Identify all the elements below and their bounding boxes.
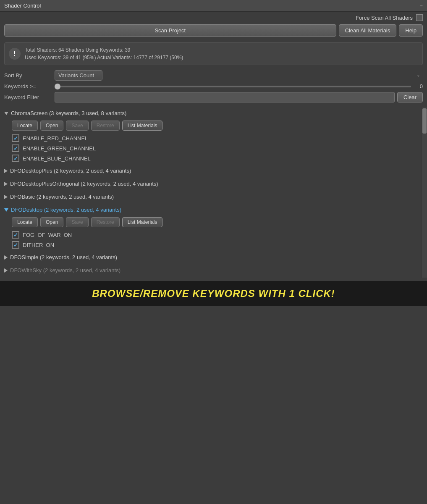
shader-header-dfodesktopplusorthogonal[interactable]: DFODesktopPlusOrthogonal (2 keywords, 2 …	[4, 178, 421, 189]
keyword-checkbox-ENABLE_BLUE_CHANNEL[interactable]	[12, 155, 19, 162]
shader-group-dfobasic: DFOBasic (2 keywords, 2 used, 4 variants…	[4, 191, 421, 202]
keyword-text-ENABLE_GREEN_CHANNEL: ENABLE_GREEN_CHANNEL	[23, 145, 96, 152]
btn-open-dfodesktop[interactable]: Open	[40, 217, 63, 227]
slider-value: 0	[414, 83, 423, 89]
shader-group-dfowithsky: DFOWithSky (2 keywords, 2 used, 4 varian…	[4, 265, 421, 276]
info-line2: Used Keywords: 39 of 41 (95%) Actual Var…	[25, 54, 183, 61]
keyword-filter-label: Keyword Filter	[4, 94, 55, 100]
btn-list-materials-chromascreen[interactable]: List Materials	[122, 121, 163, 131]
shader-list: ChromaScreen (3 keywords, 3 used, 8 vari…	[4, 108, 421, 278]
triangle-icon-chromascreen	[4, 112, 8, 115]
btn-save-dfodesktop: Save	[66, 217, 88, 227]
info-bar: ! Total Shaders: 64 Shaders Using Keywor…	[4, 42, 423, 65]
shader-group-dfodesktopplusorthogonal: DFODesktopPlusOrthogonal (2 keywords, 2 …	[4, 178, 421, 189]
sort-by-select[interactable]: Variants Count Name Keywords Count	[55, 70, 102, 81]
clear-button[interactable]: Clear	[397, 92, 423, 102]
btn-open-chromascreen[interactable]: Open	[40, 121, 63, 131]
keyword-row-ENABLE_BLUE_CHANNEL: ENABLE_BLUE_CHANNEL	[4, 153, 421, 163]
scrollbar-track[interactable]	[421, 108, 427, 278]
keyword-checkbox-FOG_OF_WAR_ON[interactable]	[12, 231, 19, 239]
shader-group-chromascreen: ChromaScreen (3 keywords, 3 used, 8 vari…	[4, 108, 421, 163]
shader-name-dfobasic: DFOBasic (2 keywords, 2 used, 4 variants…	[10, 194, 114, 200]
sort-by-label: Sort By	[4, 72, 55, 79]
btn-locate-chromascreen[interactable]: Locate	[12, 121, 38, 131]
keywords-gte-row: Keywords >= 0	[4, 83, 423, 89]
btn-locate-dfodesktop[interactable]: Locate	[12, 217, 38, 227]
keyword-filter-row: Keyword Filter Clear	[4, 92, 423, 102]
triangle-icon-dfodesktopplusorthogonal	[4, 182, 8, 186]
keyword-text-ENABLE_BLUE_CHANNEL: ENABLE_BLUE_CHANNEL	[23, 155, 91, 162]
info-text: Total Shaders: 64 Shaders Using Keywords…	[25, 46, 183, 61]
banner-text: BROWSE/REMOVE KEYWORDS WITH 1 CLICK!	[92, 288, 335, 299]
shader-name-dfodesktop: DFODesktop (2 keywords, 2 used, 4 varian…	[11, 207, 121, 213]
keywords-slider[interactable]	[55, 86, 411, 87]
shader-header-dfodesktopplus[interactable]: DFODesktopPlus (2 keywords, 2 used, 4 va…	[4, 165, 421, 176]
keyword-row-FOG_OF_WAR_ON: FOG_OF_WAR_ON	[4, 230, 421, 240]
shader-group-dfosimple: DFOSimple (2 keywords, 2 used, 4 variant…	[4, 252, 421, 263]
keyword-checkbox-ENABLE_GREEN_CHANNEL[interactable]	[12, 144, 19, 152]
help-button[interactable]: Help	[399, 24, 423, 37]
triangle-icon-dfosimple	[4, 255, 8, 260]
sort-by-row: Sort By Variants Count Name Keywords Cou…	[4, 70, 423, 81]
keyword-filter-input[interactable]	[55, 92, 395, 102]
shader-group-dfodesktop: DFODesktop (2 keywords, 2 used, 4 varian…	[4, 204, 421, 250]
triangle-icon-dfowithsky	[4, 268, 8, 273]
keyword-checkbox-ENABLE_RED_CHANNEL[interactable]	[12, 134, 19, 142]
clean-all-materials-button[interactable]: Clean All Materials	[339, 24, 397, 37]
title-bar: Shader Control ≡	[0, 0, 427, 12]
main-content-wrapper: ChromaScreen (3 keywords, 3 used, 8 vari…	[0, 108, 427, 278]
bottom-banner: BROWSE/REMOVE KEYWORDS WITH 1 CLICK!	[0, 281, 427, 306]
info-icon: !	[9, 48, 21, 60]
keyword-row-DITHER_ON: DITHER_ON	[4, 240, 421, 250]
shader-name-dfodesktopplus: DFODesktopPlus (2 keywords, 2 used, 4 va…	[10, 168, 131, 174]
scan-project-button[interactable]: Scan Project	[4, 24, 336, 37]
force-scan-label: Force Scan All Shaders	[356, 15, 413, 21]
keyword-text-FOG_OF_WAR_ON: FOG_OF_WAR_ON	[23, 232, 72, 238]
shader-header-chromascreen[interactable]: ChromaScreen (3 keywords, 3 used, 8 vari…	[4, 108, 421, 119]
info-line1: Total Shaders: 64 Shaders Using Keywords…	[25, 46, 183, 54]
triangle-icon-dfodesktop	[4, 208, 8, 212]
keywords-gte-label: Keywords >=	[4, 83, 55, 89]
shader-header-dfowithsky[interactable]: DFOWithSky (2 keywords, 2 used, 4 varian…	[4, 265, 421, 276]
window-title: Shader Control	[4, 3, 41, 9]
keyword-text-ENABLE_RED_CHANNEL: ENABLE_RED_CHANNEL	[23, 135, 88, 142]
shader-name-dfowithsky: DFOWithSky (2 keywords, 2 used, 4 varian…	[10, 267, 121, 273]
btn-restore-dfodesktop: Restore	[91, 217, 120, 227]
shader-header-dfodesktop[interactable]: DFODesktop (2 keywords, 2 used, 4 varian…	[4, 204, 421, 215]
button-row: Scan Project Clean All Materials Help	[0, 23, 427, 40]
menu-icon[interactable]: ≡	[420, 3, 423, 8]
btn-list-materials-dfodesktop[interactable]: List Materials	[122, 217, 163, 227]
shader-name-chromascreen: ChromaScreen (3 keywords, 3 used, 8 vari…	[11, 110, 126, 116]
keyword-text-DITHER_ON: DITHER_ON	[23, 242, 54, 248]
keyword-checkbox-DITHER_ON[interactable]	[12, 241, 19, 249]
keyword-row-ENABLE_RED_CHANNEL: ENABLE_RED_CHANNEL	[4, 133, 421, 143]
shader-name-dfosimple: DFOSimple (2 keywords, 2 used, 4 variant…	[10, 254, 117, 260]
shader-name-dfodesktopplusorthogonal: DFODesktopPlusOrthogonal (2 keywords, 2 …	[10, 181, 158, 187]
sort-by-select-wrapper: Variants Count Name Keywords Count	[55, 70, 423, 81]
shader-header-dfosimple[interactable]: DFOSimple (2 keywords, 2 used, 4 variant…	[4, 252, 421, 263]
shader-actions-dfodesktop: LocateOpenSaveRestoreList Materials	[4, 215, 421, 230]
keyword-row-ENABLE_GREEN_CHANNEL: ENABLE_GREEN_CHANNEL	[4, 143, 421, 153]
btn-restore-chromascreen: Restore	[91, 121, 120, 131]
slider-wrapper: 0	[55, 83, 423, 89]
controls-area: Sort By Variants Count Name Keywords Cou…	[0, 68, 427, 108]
force-scan-checkbox[interactable]	[416, 14, 423, 21]
scrollbar-thumb[interactable]	[422, 108, 427, 134]
force-scan-row: Force Scan All Shaders	[0, 12, 427, 23]
shader-actions-chromascreen: LocateOpenSaveRestoreList Materials	[4, 119, 421, 133]
triangle-icon-dfobasic	[4, 195, 8, 199]
shader-header-dfobasic[interactable]: DFOBasic (2 keywords, 2 used, 4 variants…	[4, 191, 421, 202]
triangle-icon-dfodesktopplus	[4, 169, 8, 173]
btn-save-chromascreen: Save	[66, 121, 88, 131]
shader-group-dfodesktopplus: DFODesktopPlus (2 keywords, 2 used, 4 va…	[4, 165, 421, 176]
